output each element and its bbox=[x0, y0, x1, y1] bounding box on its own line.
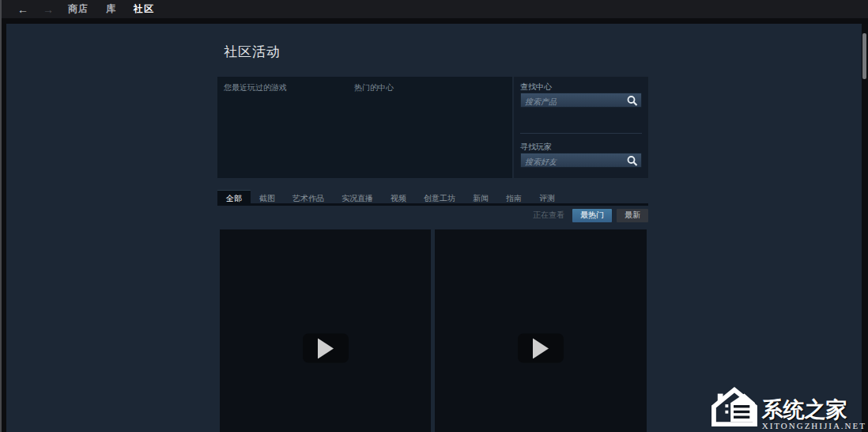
forward-arrow-icon[interactable]: → bbox=[43, 4, 54, 15]
search-icon[interactable] bbox=[626, 155, 639, 167]
site-watermark: 系统之家 XITONGZHIJIA.NET bbox=[710, 385, 866, 430]
nav-community[interactable]: 社区 bbox=[134, 2, 154, 16]
main-content-panel: 社区活动 您最近玩过的游戏 热门的中心 查找中心 寻找玩家 bbox=[6, 24, 862, 432]
friends-search-input[interactable] bbox=[521, 155, 624, 169]
content-tabs: 全部 截图 艺术作品 实况直播 视频 创意工坊 新闻 指南 评测 bbox=[217, 190, 648, 203]
video-card-2[interactable] bbox=[435, 229, 647, 432]
nav-store[interactable]: 商店 bbox=[68, 2, 89, 16]
tab-news[interactable]: 新闻 bbox=[464, 190, 497, 203]
watermark-site-url: XITONGZHIJIA.NET bbox=[762, 421, 866, 430]
search-panel-divider bbox=[520, 133, 642, 134]
scrollbar-thumb[interactable] bbox=[862, 33, 866, 79]
tab-all[interactable]: 全部 bbox=[217, 190, 251, 203]
search-icon[interactable] bbox=[626, 95, 639, 107]
page-title: 社区活动 bbox=[224, 43, 281, 61]
search-panel: 查找中心 寻找玩家 bbox=[514, 77, 648, 178]
window-frame-edge bbox=[0, 0, 2, 432]
watermark-text: 系统之家 XITONGZHIJIA.NET bbox=[762, 399, 866, 430]
video-card-1[interactable] bbox=[220, 229, 431, 432]
play-icon[interactable] bbox=[518, 334, 564, 363]
tab-artwork[interactable]: 艺术作品 bbox=[284, 190, 333, 203]
watermark-site-name: 系统之家 bbox=[762, 399, 847, 421]
find-hubs-label: 查找中心 bbox=[520, 81, 552, 93]
house-icon bbox=[710, 385, 759, 430]
hubs-overview-panel: 您最近玩过的游戏 热门的中心 bbox=[217, 77, 512, 178]
tab-broadcasts[interactable]: 实况直播 bbox=[333, 190, 382, 203]
hottest-filter-button[interactable]: 最热门 bbox=[572, 209, 612, 222]
tabs-underline bbox=[217, 203, 648, 206]
find-players-label: 寻找玩家 bbox=[520, 142, 552, 153]
vertical-scrollbar[interactable] bbox=[862, 24, 868, 432]
newest-filter-button[interactable]: 最新 bbox=[617, 209, 648, 222]
recent-games-label: 您最近玩过的游戏 bbox=[224, 82, 287, 93]
nav-library[interactable]: 库 bbox=[106, 2, 116, 16]
product-search-input[interactable] bbox=[521, 95, 624, 108]
top-navigation-bar: ← → 商店 库 社区 bbox=[0, 0, 868, 18]
tab-videos[interactable]: 视频 bbox=[382, 190, 415, 203]
friends-search-field bbox=[520, 153, 642, 168]
tab-guides[interactable]: 指南 bbox=[497, 190, 530, 203]
popular-hubs-label: 热门的中心 bbox=[354, 82, 394, 93]
viewing-label: 正在查看 bbox=[533, 210, 564, 221]
back-arrow-icon[interactable]: ← bbox=[17, 4, 28, 15]
tab-workshop[interactable]: 创意工坊 bbox=[415, 190, 464, 203]
tab-screenshots[interactable]: 截图 bbox=[251, 190, 284, 203]
product-search-field bbox=[520, 93, 642, 108]
filter-row: 正在查看 最热门 最新 bbox=[217, 209, 648, 222]
play-icon[interactable] bbox=[303, 334, 349, 363]
tab-reviews[interactable]: 评测 bbox=[530, 190, 564, 203]
